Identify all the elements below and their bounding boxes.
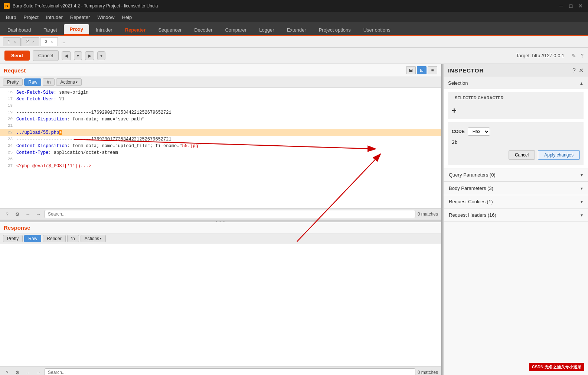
tab-intruder[interactable]: Intruder xyxy=(90,25,118,35)
resp-fwd-icon-btn[interactable]: → xyxy=(34,368,42,375)
resp-gear-icon-btn[interactable]: ⚙ xyxy=(13,368,22,375)
minimize-button[interactable]: ─ xyxy=(558,2,565,10)
inspector-request-cookies[interactable]: Request Cookies (1) ▾ xyxy=(444,195,588,208)
inspector-request-headers[interactable]: Request Headers (16) ▾ xyxy=(444,208,588,222)
code-line-24: 24 Content-Disposition: form-data; name=… xyxy=(0,143,441,149)
maximize-button[interactable]: □ xyxy=(567,2,575,10)
view-buttons: ⊟ ⊡ ≡ xyxy=(406,66,437,74)
req-back-icon-btn[interactable]: ← xyxy=(24,210,32,218)
response-code-area[interactable] xyxy=(0,244,441,366)
nav-down-button[interactable]: ▾ xyxy=(74,51,82,60)
inspector-title: INSPECTOR xyxy=(448,67,484,74)
cancel-button[interactable]: Cancel xyxy=(33,50,59,61)
response-sub-toolbar: Pretty Raw Render \n Actions ▾ xyxy=(0,233,441,244)
req-raw-btn[interactable]: Raw xyxy=(24,78,41,86)
send-button[interactable]: Send xyxy=(4,51,30,61)
inspector-body-params[interactable]: Body Parameters (3) ▾ xyxy=(444,182,588,195)
menu-project[interactable]: Project xyxy=(20,14,41,21)
tab-extender[interactable]: Extender xyxy=(281,25,312,35)
repeater-tab-more[interactable]: ... xyxy=(59,38,68,46)
req-actions-arrow: ▾ xyxy=(76,80,78,84)
tab-target[interactable]: Target xyxy=(38,25,63,35)
resp-help-icon-btn[interactable]: ? xyxy=(3,368,11,375)
repeater-tab-3[interactable]: 3 × xyxy=(40,37,58,46)
nav-back-button[interactable]: ◀ xyxy=(62,51,71,60)
query-params-label: Query Parameters (0) xyxy=(449,172,496,178)
resp-raw-btn[interactable]: Raw xyxy=(24,235,41,242)
inspector-close-btn[interactable]: ✕ xyxy=(579,67,584,74)
tab-sequencer[interactable]: Sequencer xyxy=(152,25,187,35)
repeater-tab-2[interactable]: 2 × xyxy=(22,37,39,46)
view-single-btn[interactable]: ⊡ xyxy=(417,66,427,74)
view-split-btn[interactable]: ⊟ xyxy=(406,66,416,74)
menu-burp[interactable]: Burp xyxy=(3,14,19,21)
menu-intruder[interactable]: Intruder xyxy=(43,14,66,21)
repeater-tab-1[interactable]: 1 × xyxy=(3,37,21,46)
req-help-icon-btn[interactable]: ? xyxy=(3,210,11,218)
response-search-input[interactable] xyxy=(45,368,415,375)
hex-dropdown[interactable]: Hex Dec Oct xyxy=(468,127,490,136)
req-fwd-icon-btn[interactable]: → xyxy=(34,210,42,218)
req-newline-btn[interactable]: \n xyxy=(43,78,55,86)
tab-logger[interactable]: Logger xyxy=(253,25,280,35)
req-actions-btn[interactable]: Actions ▾ xyxy=(56,78,81,86)
code-label: CODE xyxy=(452,129,465,134)
inspector-header: INSPECTOR ? ✕ xyxy=(444,64,588,77)
menu-window[interactable]: Window xyxy=(94,14,117,21)
close-button[interactable]: ✕ xyxy=(577,2,584,10)
title-bar-left: B Burp Suite Professional v2021.4.2 - Te… xyxy=(4,3,158,9)
request-panel: Request ⊟ ⊡ ≡ Pretty Raw \n Actions ▾ 16 xyxy=(0,64,441,220)
resp-render-btn[interactable]: Render xyxy=(43,235,65,242)
title-bar: B Burp Suite Professional v2021.4.2 - Te… xyxy=(0,0,588,12)
nav-up-button[interactable]: ▾ xyxy=(97,51,105,60)
code-line-19: 19 ----------------------------176929017… xyxy=(0,109,441,116)
request-search-bar: ? ⚙ ← → 0 matches xyxy=(0,208,441,220)
tab-repeater[interactable]: Repeater xyxy=(119,25,152,35)
code-section: CODE Hex Dec Oct 2b Cancel Apply changes xyxy=(448,122,584,165)
menu-help[interactable]: Help xyxy=(119,14,135,21)
code-line-17: 17 Sec-Fetch-User: ?1 xyxy=(0,96,441,103)
req-pretty-btn[interactable]: Pretty xyxy=(3,78,23,86)
selected-char-value: + xyxy=(452,104,580,117)
response-panel: Response Pretty Raw Render \n Actions ▾ … xyxy=(0,222,441,375)
resp-newline-btn[interactable]: \n xyxy=(67,235,79,242)
req-actions-label: Actions xyxy=(60,80,75,85)
inspector-query-params[interactable]: Query Parameters (0) ▾ xyxy=(444,168,588,182)
repeater-tabs: 1 × 2 × 3 × ... xyxy=(0,36,588,48)
inspector-help-btn[interactable]: ? xyxy=(572,67,576,74)
tab-decoder[interactable]: Decoder xyxy=(188,25,218,35)
help-icon[interactable]: ? xyxy=(581,53,584,59)
window-title: Burp Suite Professional v2021.4.2 - Temp… xyxy=(13,3,158,9)
resp-actions-btn[interactable]: Actions ▾ xyxy=(81,235,106,242)
code-row: CODE Hex Dec Oct xyxy=(452,125,580,137)
tab-project-options[interactable]: Project options xyxy=(313,25,357,35)
inspector-selection-header[interactable]: Selection ▲ xyxy=(444,77,588,89)
code-line-20: 20 Content-Disposition: form-data; name=… xyxy=(0,116,441,123)
cookies-arrow: ▾ xyxy=(581,199,583,204)
edit-icon[interactable]: ✎ xyxy=(572,53,576,59)
main-tabs: Dashboard Target Proxy Intruder Repeater… xyxy=(0,22,588,36)
tab-proxy[interactable]: Proxy xyxy=(64,24,89,35)
resp-back-icon-btn[interactable]: ← xyxy=(24,368,32,375)
tab-user-options[interactable]: User options xyxy=(357,25,396,35)
req-gear-icon-btn[interactable]: ⚙ xyxy=(13,210,22,218)
view-list-btn[interactable]: ≡ xyxy=(428,66,437,74)
apply-changes-btn[interactable]: Apply changes xyxy=(538,150,580,160)
request-code-area[interactable]: 16 Sec-Fetch-Site: same-origin 17 Sec-Fe… xyxy=(0,88,441,208)
resp-pretty-btn[interactable]: Pretty xyxy=(3,235,23,242)
main-layout: Request ⊟ ⊡ ≡ Pretty Raw \n Actions ▾ 16 xyxy=(0,64,588,375)
nav-forward-button[interactable]: ▶ xyxy=(85,51,94,60)
request-search-matches: 0 matches xyxy=(418,211,438,217)
title-bar-controls[interactable]: ─ □ ✕ xyxy=(558,2,584,10)
inspector-selection-section: Selection ▲ SELECTED CHARACTER + CODE He… xyxy=(444,77,588,168)
toolbar: Send Cancel ◀ ▾ ▶ ▾ Target: http://127.0… xyxy=(0,48,588,64)
menu-repeater[interactable]: Repeater xyxy=(67,14,93,21)
code-line-18: 18 xyxy=(0,103,441,109)
tab-comparer[interactable]: Comparer xyxy=(219,25,252,35)
code-line-25: 25 Content-Type: application/octet-strea… xyxy=(0,149,441,156)
cancel-changes-btn[interactable]: Cancel xyxy=(509,150,535,160)
request-search-input[interactable] xyxy=(45,210,415,218)
target-label: Target: http://127.0.0.1 xyxy=(516,53,564,58)
app-icon: B xyxy=(4,3,10,9)
tab-dashboard[interactable]: Dashboard xyxy=(1,25,37,35)
